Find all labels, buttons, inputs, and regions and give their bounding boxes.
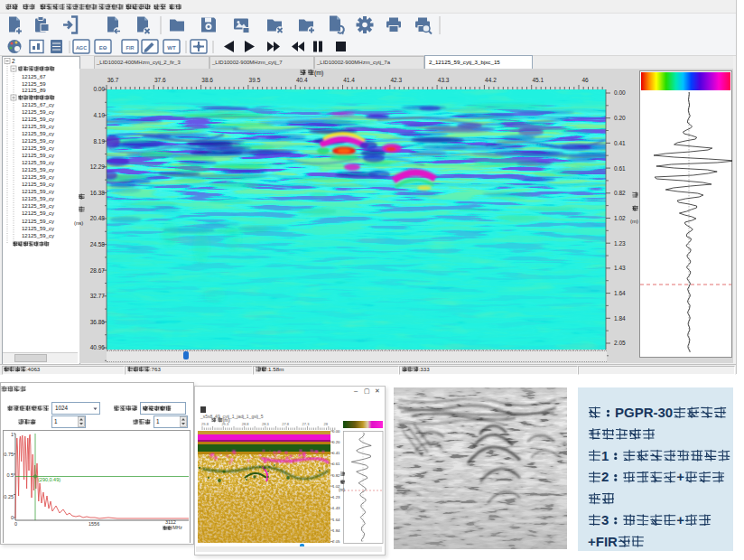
svg-text:FIR: FIR: [126, 45, 135, 51]
svg-text:WT: WT: [167, 45, 176, 51]
svg-text:EΘ: EΘ: [99, 45, 107, 51]
svg-text:AGC: AGC: [76, 45, 87, 51]
